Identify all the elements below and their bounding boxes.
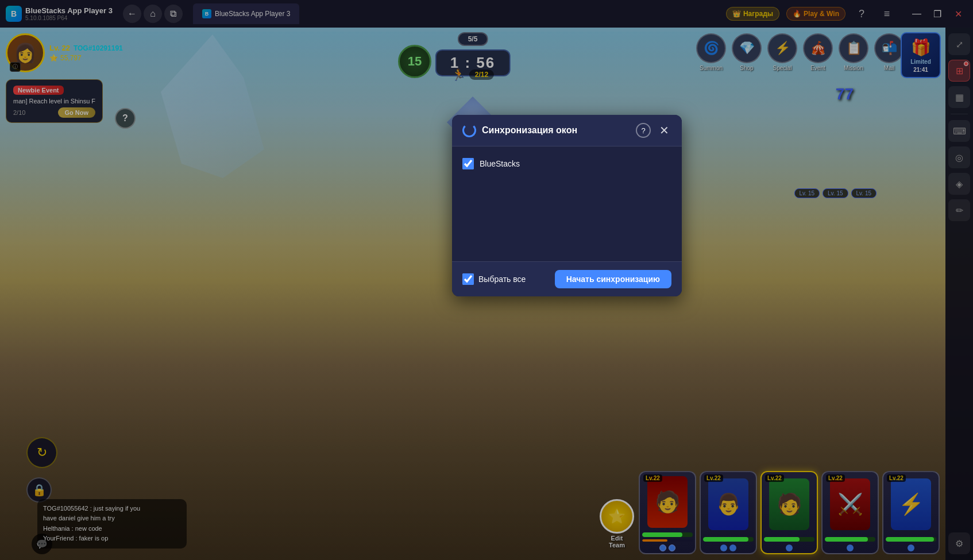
sync-spinner-icon bbox=[462, 123, 476, 137]
sync-dialog: Синхронизация окон ? ✕ BlueStacks Выбрат… bbox=[452, 115, 682, 296]
sync-item-bluestacks: BlueStacks bbox=[462, 158, 671, 169]
sync-header-right: ? ✕ bbox=[636, 123, 671, 138]
sync-header-left: Синхронизация окон bbox=[462, 123, 577, 137]
sync-help-button[interactable]: ? bbox=[636, 123, 651, 138]
sync-header: Синхронизация окон ? ✕ bbox=[452, 115, 682, 146]
select-all-checkbox[interactable] bbox=[462, 273, 474, 285]
sync-body: BlueStacks bbox=[452, 146, 682, 261]
select-all-area: Выбрать все bbox=[462, 273, 526, 285]
sync-item-checkbox[interactable] bbox=[462, 158, 474, 169]
modal-overlay: Синхронизация окон ? ✕ BlueStacks Выбрат… bbox=[0, 0, 973, 560]
start-sync-button[interactable]: Начать синхронизацию bbox=[555, 270, 671, 288]
sync-footer: Выбрать все Начать синхронизацию bbox=[452, 261, 682, 296]
sync-close-button[interactable]: ✕ bbox=[657, 123, 671, 138]
sync-title: Синхронизация окон bbox=[482, 125, 577, 136]
sync-item-label: BlueStacks bbox=[480, 159, 520, 168]
select-all-label: Выбрать все bbox=[478, 275, 526, 284]
